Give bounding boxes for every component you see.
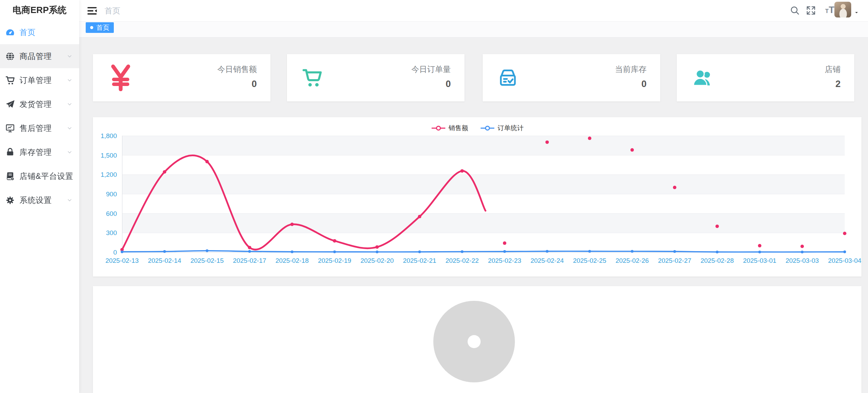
svg-text:2025-02-27: 2025-02-27	[658, 257, 691, 264]
stat-meta: 店铺2	[825, 64, 841, 89]
stat-card-3: 店铺2	[677, 54, 854, 101]
chevron-down-icon	[67, 149, 73, 155]
search-icon[interactable]	[790, 5, 800, 15]
svg-text:600: 600	[106, 210, 117, 217]
svg-text:300: 300	[106, 229, 117, 236]
user-avatar[interactable]	[834, 2, 851, 17]
sidebar-item-7[interactable]: 系统设置	[0, 188, 79, 212]
stat-value: 0	[217, 79, 257, 89]
sidebar-item-0[interactable]: 首页	[0, 20, 79, 44]
svg-text:1,500: 1,500	[100, 152, 117, 159]
stat-meta: 当前库存0	[615, 64, 647, 89]
svg-text:2025-03-04: 2025-03-04	[828, 257, 861, 264]
sidebar: 电商ERP系统 首页商品管理订单管理发货管理售后管理库存管理店铺&平台设置系统设…	[0, 0, 79, 393]
stat-meta: 今日销售额0	[217, 64, 257, 89]
sidebar-item-label: 售后管理	[20, 123, 52, 134]
svg-text:2025-02-14: 2025-02-14	[148, 257, 181, 264]
sidebar-menu: 首页商品管理订单管理发货管理售后管理库存管理店铺&平台设置系统设置	[0, 20, 79, 212]
svg-text:2025-02-24: 2025-02-24	[530, 257, 564, 264]
main-content: 今日销售额0今日订单量0当前库存0店铺2 销售额订单统计 03006009001…	[79, 38, 868, 393]
stat-card-2: 当前库存0	[483, 54, 660, 101]
svg-text:2025-02-26: 2025-02-26	[615, 257, 649, 264]
sales-orders-chart-card: 销售额订单统计 03006009001,2001,5001,8002025-02…	[93, 117, 861, 277]
tab-label: 首页	[96, 23, 109, 32]
stat-value: 2	[825, 79, 841, 89]
svg-text:2025-03-03: 2025-03-03	[785, 257, 819, 264]
chevron-down-icon	[67, 125, 73, 131]
send-icon	[5, 99, 15, 109]
shop-platform-icon	[5, 171, 15, 181]
legend-marker	[431, 125, 446, 131]
sidebar-item-label: 发货管理	[20, 99, 52, 110]
legend-item-0[interactable]: 销售额	[431, 124, 468, 133]
svg-text:2025-02-17: 2025-02-17	[233, 257, 266, 264]
app-title: 电商ERP系统	[0, 0, 79, 21]
pie-chart-card	[93, 286, 861, 393]
aftersale-monitor-icon	[5, 123, 15, 133]
legend-marker	[480, 125, 495, 131]
stat-label: 今日销售额	[217, 64, 257, 75]
stat-card-0: 今日销售额0	[93, 54, 270, 101]
stat-value: 0	[411, 79, 451, 89]
legend-label: 销售额	[449, 124, 468, 133]
svg-text:2025-03-01: 2025-03-01	[743, 257, 776, 264]
tab-strip: 首页	[79, 22, 868, 38]
legend-item-1[interactable]: 订单统计	[480, 124, 524, 133]
stat-label: 当前库存	[615, 64, 647, 75]
stat-label: 店铺	[825, 64, 841, 75]
svg-text:2025-02-25: 2025-02-25	[573, 257, 606, 264]
users-icon	[691, 66, 714, 89]
svg-text:2025-02-22: 2025-02-22	[445, 257, 479, 264]
sidebar-item-label: 首页	[20, 27, 36, 38]
sidebar-item-3[interactable]: 发货管理	[0, 92, 79, 116]
svg-text:2025-02-23: 2025-02-23	[488, 257, 521, 264]
stat-label: 今日订单量	[411, 64, 451, 75]
legend-label: 订单统计	[498, 124, 524, 133]
sidebar-item-label: 库存管理	[20, 147, 52, 158]
svg-text:2025-02-18: 2025-02-18	[275, 257, 309, 264]
chart-legend: 销售额订单统计	[93, 124, 861, 133]
sidebar-item-5[interactable]: 库存管理	[0, 140, 79, 164]
svg-text:2025-02-13: 2025-02-13	[105, 257, 138, 264]
stat-value: 0	[615, 79, 647, 89]
dashboard-icon	[5, 27, 15, 37]
lock-icon	[5, 147, 15, 157]
svg-text:2025-02-28: 2025-02-28	[700, 257, 734, 264]
gear-icon	[5, 195, 15, 205]
sidebar-item-4[interactable]: 售后管理	[0, 116, 79, 140]
menu-fold-icon[interactable]	[86, 5, 98, 17]
svg-text:2025-02-19: 2025-02-19	[318, 257, 351, 264]
chevron-down-icon	[67, 77, 73, 83]
top-navbar: 首页 TT	[79, 0, 868, 22]
svg-text:2025-02-21: 2025-02-21	[403, 257, 436, 264]
tab-home[interactable]: 首页	[86, 22, 114, 33]
svg-text:2025-02-20: 2025-02-20	[360, 257, 394, 264]
chevron-down-icon	[67, 53, 73, 59]
sidebar-item-1[interactable]: 商品管理	[0, 44, 79, 68]
cart-icon	[5, 75, 15, 85]
sidebar-item-label: 店铺&平台设置	[20, 171, 73, 182]
font-size-icon[interactable]: TT	[825, 5, 834, 15]
sidebar-item-6[interactable]: 店铺&平台设置	[0, 164, 79, 188]
sidebar-item-2[interactable]: 订单管理	[0, 68, 79, 92]
sidebar-item-label: 订单管理	[20, 75, 52, 86]
sidebar-item-label: 系统设置	[20, 195, 52, 206]
chevron-down-icon	[67, 173, 73, 179]
svg-text:0: 0	[113, 249, 117, 256]
inventory-box-icon	[497, 67, 519, 89]
chevron-down-icon	[67, 101, 73, 107]
tab-active-dot	[90, 26, 93, 29]
sidebar-item-label: 商品管理	[20, 51, 52, 62]
chart-canvas: 03006009001,2001,5001,8002025-02-132025-…	[93, 117, 861, 277]
caret-down-icon[interactable]	[854, 10, 859, 15]
chevron-down-icon	[67, 197, 73, 203]
yen-icon	[107, 64, 134, 91]
globe-icon	[5, 51, 15, 61]
sales-orders-chart[interactable]: 03006009001,2001,5001,8002025-02-132025-…	[93, 117, 861, 277]
stat-card-1: 今日订单量0	[287, 54, 465, 101]
fullscreen-icon[interactable]	[806, 5, 816, 15]
breadcrumb[interactable]: 首页	[105, 0, 120, 22]
cart-icon	[301, 67, 323, 89]
empty-pie-placeholder	[433, 301, 515, 382]
stat-meta: 今日订单量0	[411, 64, 451, 89]
